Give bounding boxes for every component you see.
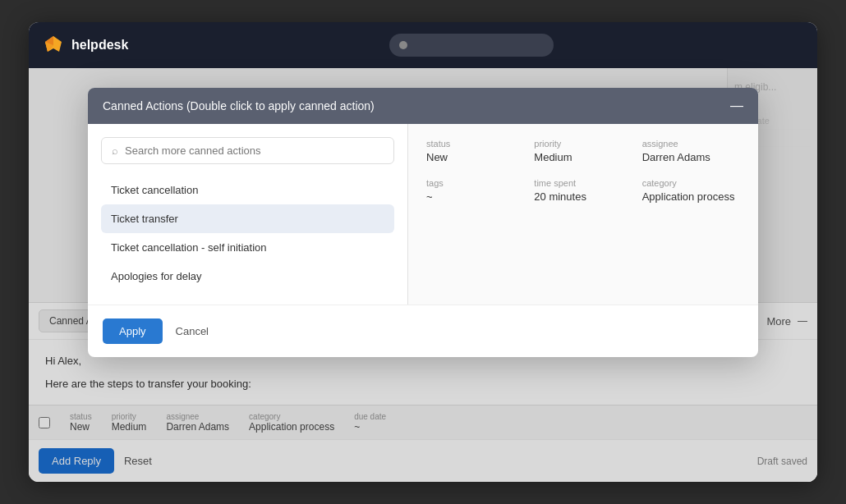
app-name: helpdesk bbox=[71, 38, 128, 53]
canned-detail-panel: status New priority Medium assignee Darr… bbox=[408, 124, 758, 305]
detail-time-spent-label: time spent bbox=[534, 178, 632, 188]
detail-category-label: category bbox=[642, 178, 740, 188]
detail-assignee: assignee Darren Adams bbox=[642, 139, 740, 163]
search-bar-center bbox=[138, 34, 804, 57]
search-icon: ⌕ bbox=[112, 144, 118, 157]
detail-time-spent-value: 20 minutes bbox=[534, 190, 632, 203]
modal-overlay: Canned Actions (Double click to apply ca… bbox=[29, 68, 817, 482]
canned-item-2[interactable]: Ticket transfer bbox=[101, 204, 394, 233]
modal-body: ⌕ Ticket cancellation Ticket transfer Ti… bbox=[88, 124, 758, 305]
modal-close-button[interactable]: — bbox=[730, 99, 743, 112]
canned-search-input[interactable] bbox=[125, 144, 384, 157]
detail-category-value: Application process bbox=[642, 190, 740, 203]
detail-status-value: New bbox=[426, 151, 524, 163]
modal-footer: Apply Cancel bbox=[88, 305, 758, 357]
canned-item-3[interactable]: Ticket cancellation - self initiation bbox=[101, 233, 394, 262]
modal-header: Canned Actions (Double click to apply ca… bbox=[88, 88, 758, 124]
canned-actions-modal: Canned Actions (Double click to apply ca… bbox=[88, 88, 758, 357]
detail-time-spent: time spent 20 minutes bbox=[534, 178, 632, 203]
detail-status-label: status bbox=[426, 139, 524, 149]
app-window: helpdesk m eligib... due date ~ Canned A… bbox=[29, 22, 817, 482]
top-bar: helpdesk bbox=[29, 22, 817, 68]
detail-status: status New bbox=[426, 139, 524, 163]
detail-tags-value: ~ bbox=[426, 190, 524, 203]
apply-button[interactable]: Apply bbox=[103, 318, 163, 344]
cancel-button[interactable]: Cancel bbox=[172, 318, 212, 344]
search-pill-dot bbox=[399, 41, 407, 49]
detail-tags-label: tags bbox=[426, 178, 524, 188]
canned-list-panel: ⌕ Ticket cancellation Ticket transfer Ti… bbox=[88, 124, 408, 305]
modal-title: Canned Actions (Double click to apply ca… bbox=[103, 99, 375, 112]
detail-priority: priority Medium bbox=[534, 139, 632, 163]
logo-icon bbox=[42, 34, 65, 57]
search-input-wrap[interactable]: ⌕ bbox=[101, 137, 394, 164]
detail-grid: status New priority Medium assignee Darr… bbox=[426, 139, 740, 203]
logo-area: helpdesk bbox=[42, 34, 128, 57]
canned-item-1[interactable]: Ticket cancellation bbox=[101, 176, 394, 204]
detail-assignee-label: assignee bbox=[642, 139, 740, 149]
detail-assignee-value: Darren Adams bbox=[642, 151, 740, 163]
canned-item-4[interactable]: Apologies for delay bbox=[101, 262, 394, 291]
detail-category: category Application process bbox=[642, 178, 740, 203]
detail-priority-value: Medium bbox=[534, 151, 632, 163]
detail-priority-label: priority bbox=[534, 139, 632, 149]
top-search-pill[interactable] bbox=[389, 34, 554, 57]
detail-tags: tags ~ bbox=[426, 178, 524, 203]
